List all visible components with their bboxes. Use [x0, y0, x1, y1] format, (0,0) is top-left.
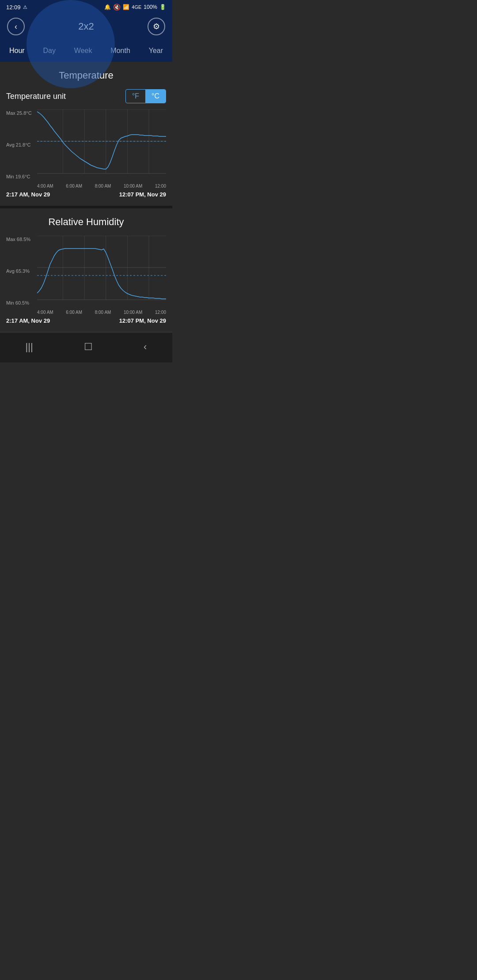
temp-time-3: 8:00 AM [95, 184, 111, 188]
temp-time-2: 6:00 AM [66, 184, 82, 188]
temp-date-start: 2:17 AM, Nov 29 [6, 191, 50, 198]
humidity-time-axis: 4:00 AM 6:00 AM 8:00 AM 10:00 AM 12:00 [37, 310, 166, 315]
temp-time-5: 12:00 [155, 184, 166, 188]
celsius-button[interactable]: °C [145, 90, 166, 103]
tab-bar: Hour Day Week Month Year [0, 41, 172, 62]
humidity-section: Relative Humidity Max 68.5% Avg 65.3% Mi… [0, 208, 172, 330]
alert-icon: ⚠ [23, 4, 27, 10]
hum-time-2: 6:00 AM [66, 310, 82, 315]
status-bar: 12:09 ⚠ 🔔 🔇 📶 4GE 100% 🔋 [0, 0, 172, 13]
recents-button[interactable]: ||| [17, 339, 42, 354]
hum-avg-label: Avg 65.3% [6, 268, 30, 274]
hum-min-label: Min 60.5% [6, 300, 30, 305]
humidity-chart [37, 236, 166, 306]
fahrenheit-button[interactable]: °F [126, 90, 145, 103]
back-nav-button[interactable]: ‹ [135, 339, 155, 354]
temp-max-label: Max 25.8°C [6, 110, 32, 116]
tab-hour[interactable]: Hour [6, 45, 28, 57]
home-button[interactable]: ☐ [75, 339, 102, 354]
alarm-icon: 🔔 [104, 4, 111, 10]
humidity-y-labels: Max 68.5% Avg 65.3% Min 60.5% [6, 236, 30, 306]
temp-date-end: 12:07 PM, Nov 29 [119, 191, 166, 198]
hum-date-start: 2:17 AM, Nov 29 [6, 317, 50, 324]
signal-icon: 4GE [132, 4, 141, 10]
tab-month[interactable]: Month [107, 45, 133, 57]
mute-icon: 🔇 [113, 4, 121, 11]
home-icon: ☐ [84, 341, 93, 352]
tab-week[interactable]: Week [71, 45, 96, 57]
humidity-chart-wrapper [37, 236, 166, 306]
battery-percent: 100% [144, 4, 157, 10]
status-left: 12:09 ⚠ [6, 4, 27, 11]
gear-icon: ⚙ [153, 22, 160, 31]
humidity-date-range: 2:17 AM, Nov 29 12:07 PM, Nov 29 [6, 317, 166, 324]
temperature-date-range: 2:17 AM, Nov 29 12:07 PM, Nov 29 [6, 191, 166, 198]
temperature-time-axis: 4:00 AM 6:00 AM 8:00 AM 10:00 AM 12:00 [37, 184, 166, 188]
back-button[interactable]: ‹ [7, 18, 25, 35]
hum-date-end: 12:07 PM, Nov 29 [119, 317, 166, 324]
temp-time-1: 4:00 AM [37, 184, 53, 188]
recents-icon: ||| [26, 341, 33, 352]
bottom-nav: ||| ☐ ‹ [0, 332, 172, 362]
header: ‹ 2x2 ⚙ [0, 13, 172, 41]
hum-time-4: 10:00 AM [124, 310, 142, 315]
humidity-chart-container: Max 68.5% Avg 65.3% Min 60.5% [6, 236, 166, 306]
unit-toggle: °F °C [125, 89, 166, 103]
unit-row: Temperature unit °F °C [6, 89, 166, 103]
temperature-chart [37, 109, 166, 180]
hum-max-label: Max 68.5% [6, 237, 30, 242]
temperature-section: Temperature Temperature unit °F °C Max 2… [0, 62, 172, 204]
temperature-title: Temperature [6, 70, 166, 81]
back-icon: ‹ [15, 22, 17, 31]
tab-day[interactable]: Day [40, 45, 59, 57]
temp-min-label: Min 19.6°C [6, 174, 32, 179]
temp-avg-label: Avg 21.8°C [6, 142, 32, 147]
battery-icon: 🔋 [159, 4, 166, 10]
settings-button[interactable]: ⚙ [148, 18, 165, 35]
unit-label: Temperature unit [6, 92, 66, 101]
temp-time-4: 10:00 AM [124, 184, 142, 188]
temperature-y-labels: Max 25.8°C Avg 21.8°C Min 19.6°C [6, 109, 32, 180]
humidity-title: Relative Humidity [6, 216, 166, 228]
wifi-icon: 📶 [123, 4, 129, 10]
status-time: 12:09 [6, 4, 21, 11]
temperature-chart-wrapper [37, 109, 166, 180]
back-nav-icon: ‹ [144, 341, 147, 352]
temperature-chart-container: Max 25.8°C Avg 21.8°C Min 19.6°C [6, 109, 166, 180]
header-title: 2x2 [78, 21, 94, 32]
status-right: 🔔 🔇 📶 4GE 100% 🔋 [104, 4, 166, 11]
tab-year[interactable]: Year [145, 45, 167, 57]
hum-time-3: 8:00 AM [95, 310, 111, 315]
hum-time-1: 4:00 AM [37, 310, 53, 315]
hum-time-5: 12:00 [155, 310, 166, 315]
